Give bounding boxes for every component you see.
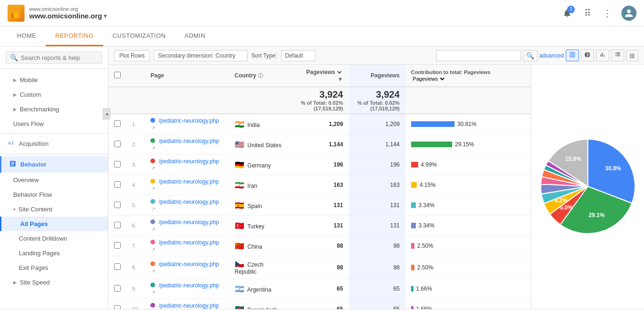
row-pageviews2: 196 [349, 155, 405, 175]
notification-button[interactable]: 3 [560, 6, 575, 21]
sidebar-item-site-content[interactable]: ▾ Site Content [0, 202, 108, 217]
sidebar-item-mobile[interactable]: ▶ Mobile [0, 73, 108, 87]
external-link-icon[interactable]: ↗ [151, 145, 155, 151]
country-flag: 🇮🇳 [235, 120, 244, 128]
search-input[interactable] [21, 54, 98, 61]
country-info-icon[interactable]: ⓘ [258, 73, 263, 78]
sidebar-item-users-flow[interactable]: Users Flow [0, 117, 108, 131]
page-link[interactable]: /pediatric-neurology.php [159, 239, 219, 246]
row-country: 🇦🇷 Argentina [229, 279, 292, 299]
external-link-icon[interactable]: ↗ [151, 206, 155, 211]
row-checkbox[interactable] [114, 141, 121, 147]
sidebar-item-behavior[interactable]: Behavior [0, 156, 108, 173]
page-link[interactable]: /pediatric-neurology.php [159, 261, 219, 268]
row-page: /pediatric-neurology.php ↗ [145, 256, 229, 279]
external-link-icon[interactable]: ↗ [151, 166, 155, 171]
sidebar-item-acquisition[interactable]: Acquisition [0, 135, 108, 152]
advanced-link[interactable]: advanced [539, 52, 564, 59]
row-checkbox[interactable] [114, 120, 121, 127]
sidebar-item-overview[interactable]: Overview [0, 173, 108, 187]
apps-button[interactable]: ⠿ [582, 6, 593, 21]
sidebar-item-all-pages[interactable]: All Pages [0, 217, 108, 231]
page-link[interactable]: /pediatric-neurology.php [159, 178, 219, 185]
row-checkbox[interactable] [114, 242, 121, 249]
row-page: /pediatric-neurology.php ↗ [145, 299, 229, 310]
view-table-button[interactable] [566, 50, 579, 61]
row-number: 4. [126, 175, 145, 195]
expand-icon: ▶ [13, 280, 17, 285]
tab-admin[interactable]: ADMIN [175, 26, 215, 46]
row-country: 🇹🇷 Turkey [229, 216, 292, 236]
row-contribution: 3.34% [405, 195, 531, 216]
page-link[interactable]: /pediatric-neurology.php [159, 219, 219, 226]
row-number: 7. [126, 236, 145, 256]
sidebar-item-site-speed[interactable]: ▶ Site Speed [0, 275, 108, 290]
avatar[interactable] [621, 6, 636, 21]
behavior-icon [9, 160, 17, 169]
row-checkbox[interactable] [114, 201, 121, 208]
top-bar: www.omicsonline.org www.omicsonline.org … [0, 0, 644, 26]
toolbar: Plot Rows Secondary dimension: Country S… [108, 47, 644, 65]
select-all-checkbox[interactable] [114, 72, 121, 78]
page-link[interactable]: /pediatric-neurology.php [159, 158, 219, 165]
toolbar-search-input[interactable] [436, 50, 521, 61]
sidebar-item-content-drilldown[interactable]: Content Drilldown [0, 231, 108, 246]
pie-chart: 30.8%29.1%5.0%4.2%15.9% [541, 139, 635, 234]
view-grid-button[interactable]: ⊞ [626, 50, 638, 61]
view-list-button[interactable] [611, 50, 624, 61]
tab-customization[interactable]: CUSTOMIZATION [103, 26, 175, 46]
data-table: Page Country ⓘ Pageviews ▼ [108, 65, 531, 309]
search-input-wrap: 🔍 [6, 51, 102, 64]
external-link-icon[interactable]: ↗ [151, 268, 155, 274]
secondary-dimension-wrap: Secondary dimension: Country [154, 50, 248, 61]
sort-type-select[interactable]: Default [281, 50, 315, 61]
external-link-icon[interactable]: ↗ [151, 125, 155, 130]
row-checkbox[interactable] [114, 222, 121, 228]
external-link-icon[interactable]: ↗ [151, 290, 155, 295]
expand-icon: ▶ [13, 92, 17, 97]
sidebar-search-area: 🔍 [0, 47, 108, 69]
page-link[interactable]: /pediatric-neurology.php [159, 199, 219, 205]
table-row: 1. /pediatric-neurology.php ↗ 🇮🇳 India 1… [108, 114, 531, 134]
row-country: 🇨🇿 Czech Republic [229, 256, 292, 279]
site-dropdown-arrow[interactable]: ▾ [104, 13, 107, 19]
row-checkbox[interactable] [114, 305, 121, 310]
sidebar-item-benchmarking[interactable]: ▶ Benchmarking [0, 102, 108, 117]
sidebar-item-behavior-flow[interactable]: Behavior Flow [0, 187, 108, 202]
expand-icon: ▾ [13, 207, 16, 212]
table-row: 7. /pediatric-neurology.php ↗ 🇨🇳 China 9… [108, 236, 531, 256]
sidebar-item-exit-pages[interactable]: Exit Pages [0, 260, 108, 275]
view-pie-button[interactable] [581, 50, 594, 61]
tab-reporting[interactable]: REPORTING [46, 26, 103, 46]
page-link[interactable]: /pediatric-neurology.php [159, 138, 219, 144]
sort-arrow[interactable]: ▼ [338, 76, 343, 83]
page-link[interactable]: /pediatric-neurology.php [159, 282, 219, 289]
row-checkbox[interactable] [114, 263, 121, 270]
col-pageviews-sort: Pageviews ▼ [291, 65, 348, 87]
row-checkbox[interactable] [114, 181, 121, 188]
notification-badge: 3 [567, 6, 575, 13]
top-bar-left: www.omicsonline.org www.omicsonline.org … [8, 5, 107, 22]
external-link-icon[interactable]: ↗ [151, 247, 155, 252]
secondary-dimension-select[interactable]: Secondary dimension: Country [154, 50, 248, 61]
contribution-dropdown[interactable]: Pageviews [411, 75, 446, 82]
summary-value: 3,924 [297, 89, 343, 100]
sidebar-collapse-handle[interactable]: ◂ [103, 108, 110, 119]
sidebar-item-landing-pages[interactable]: Landing Pages [0, 246, 108, 260]
row-checkbox[interactable] [114, 161, 121, 168]
row-pageviews2: 65 [349, 299, 405, 310]
page-link[interactable]: /pediatric-neurology.php [159, 117, 219, 124]
row-pageviews2: 65 [349, 279, 405, 299]
pageviews-dropdown[interactable]: Pageviews [305, 68, 343, 76]
view-bar-button[interactable] [596, 50, 609, 61]
more-options-button[interactable]: ⋮ [601, 6, 614, 21]
search-button[interactable]: 🔍 [523, 50, 537, 61]
external-link-icon[interactable]: ↗ [151, 186, 155, 191]
plot-rows-button[interactable]: Plot Rows [114, 50, 150, 61]
page-link[interactable]: /pediatric-neurology.php [159, 302, 219, 309]
tab-home[interactable]: HOME [8, 26, 46, 46]
external-link-icon[interactable]: ↗ [151, 226, 155, 232]
row-checkbox[interactable] [114, 285, 121, 292]
summary-total: (17,519,129) [314, 106, 343, 111]
sidebar-item-custom[interactable]: ▶ Custom [0, 87, 108, 102]
